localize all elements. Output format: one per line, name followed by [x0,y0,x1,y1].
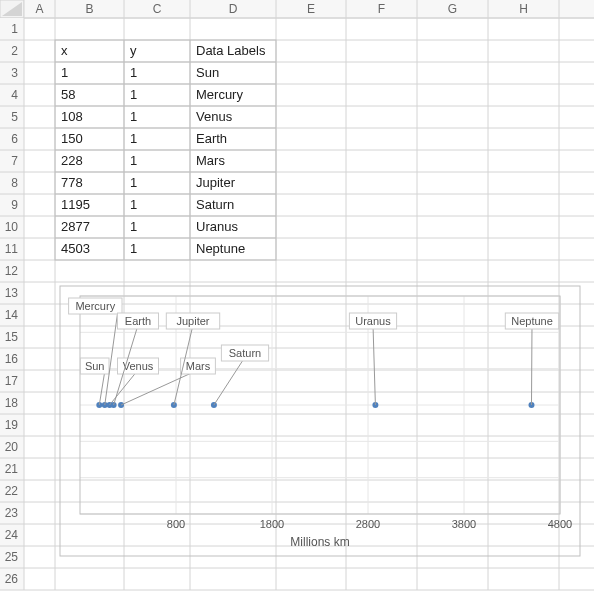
row-header[interactable]: 5 [11,110,18,124]
cell-x[interactable]: 58 [61,87,75,102]
x-tick-label: 3800 [452,518,476,530]
row-header[interactable]: 2 [11,44,18,58]
row-header[interactable]: 20 [5,440,19,454]
x-tick-label: 2800 [356,518,380,530]
cell-y[interactable]: 1 [130,65,137,80]
row-header[interactable]: 6 [11,132,18,146]
column-header[interactable]: A [35,2,43,16]
data-label: Neptune [511,315,553,327]
cell-label[interactable]: Saturn [196,197,234,212]
leader-line [373,325,375,405]
column-header[interactable]: D [229,2,238,16]
cell-x[interactable]: 108 [61,109,83,124]
cell-label[interactable]: Neptune [196,241,245,256]
x-axis-title: Millions km [290,535,349,549]
row-header[interactable]: 16 [5,352,19,366]
cell-x[interactable]: 150 [61,131,83,146]
row-header[interactable]: 9 [11,198,18,212]
column-header[interactable]: C [153,2,162,16]
row-header[interactable]: 17 [5,374,19,388]
row-header[interactable]: 4 [11,88,18,102]
leader-line [99,370,105,405]
cell-y[interactable]: 1 [130,131,137,146]
row-header[interactable]: 21 [5,462,19,476]
row-header[interactable]: 19 [5,418,19,432]
row-header[interactable]: 8 [11,176,18,190]
row-header[interactable]: 7 [11,154,18,168]
x-tick-label: 800 [167,518,185,530]
row-header[interactable]: 11 [5,242,19,256]
leader-line [121,370,198,405]
cell-label[interactable]: Jupiter [196,175,236,190]
data-label: Venus [123,360,154,372]
row-header[interactable]: 23 [5,506,19,520]
column-header[interactable]: H [519,2,528,16]
cell-y[interactable]: 1 [130,109,137,124]
header-y[interactable]: y [130,43,137,58]
row-header[interactable]: 25 [5,550,19,564]
header-x[interactable]: x [61,43,68,58]
cell-y[interactable]: 1 [130,87,137,102]
cell-x[interactable]: 228 [61,153,83,168]
data-label: Mars [186,360,211,372]
row-header[interactable]: 10 [5,220,19,234]
row-header[interactable]: 24 [5,528,19,542]
column-header[interactable]: F [378,2,385,16]
spreadsheet-svg: ABCDEFGH 1234567891011121314151617181920… [0,0,594,595]
row-header[interactable]: 12 [5,264,19,278]
cell-x[interactable]: 1 [61,65,68,80]
cell-x[interactable]: 2877 [61,219,90,234]
cell-y[interactable]: 1 [130,175,137,190]
leader-line [531,325,532,405]
cell-label[interactable]: Sun [196,65,219,80]
cell-y[interactable]: 1 [130,153,137,168]
data-table[interactable]: xyData Labels11Sun581Mercury1081Venus150… [55,40,276,260]
cell-x[interactable]: 778 [61,175,83,190]
data-label: Mercury [75,300,115,312]
row-header[interactable]: 18 [5,396,19,410]
data-label: Sun [85,360,105,372]
data-label: Jupiter [176,315,209,327]
cell-y[interactable]: 1 [130,219,137,234]
column-header[interactable]: B [85,2,93,16]
cell-label[interactable]: Mercury [196,87,243,102]
row-header[interactable]: 15 [5,330,19,344]
cell-x[interactable]: 4503 [61,241,90,256]
header-labels[interactable]: Data Labels [196,43,266,58]
row-header[interactable]: 22 [5,484,19,498]
row-header[interactable]: 13 [5,286,19,300]
column-header[interactable]: G [448,2,457,16]
cell-y[interactable]: 1 [130,241,137,256]
x-tick-label: 4800 [548,518,572,530]
cell-label[interactable]: Mars [196,153,225,168]
x-tick-label: 1800 [260,518,284,530]
leader-line [214,357,245,405]
column-header[interactable]: E [307,2,315,16]
cell-label[interactable]: Uranus [196,219,238,234]
cell-y[interactable]: 1 [130,197,137,212]
row-header[interactable]: 26 [5,572,19,586]
row-header[interactable]: 14 [5,308,19,322]
data-label: Uranus [355,315,391,327]
cell-label[interactable]: Venus [196,109,233,124]
row-header[interactable]: 3 [11,66,18,80]
spreadsheet-area: ABCDEFGH 1234567891011121314151617181920… [0,0,594,595]
data-label: Earth [125,315,151,327]
row-header[interactable]: 1 [11,22,18,36]
column-headers[interactable]: ABCDEFGH [0,0,594,18]
row-headers[interactable]: 1234567891011121314151617181920212223242… [0,0,24,590]
data-label: Saturn [229,347,261,359]
cell-label[interactable]: Earth [196,131,227,146]
cell-x[interactable]: 1195 [61,197,90,212]
